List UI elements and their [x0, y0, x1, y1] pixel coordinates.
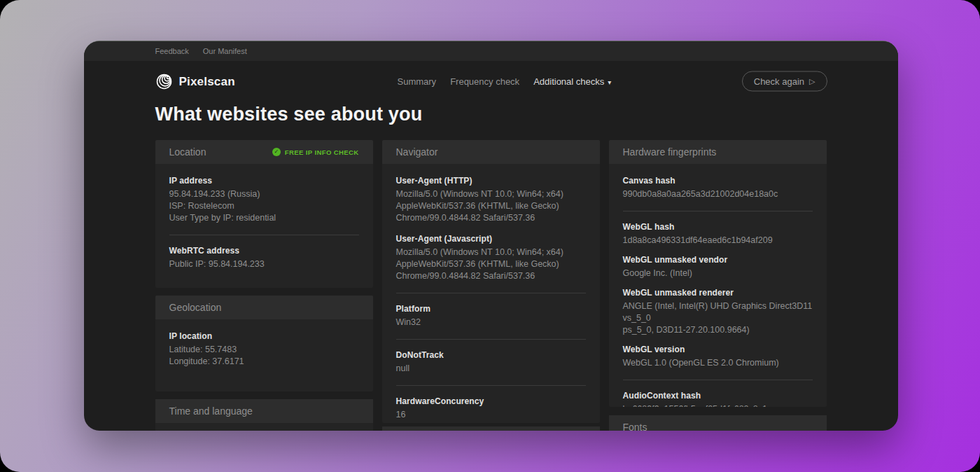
card-navigator-body: User-Agent (HTTP) Mozilla/5.0 (Windows N… — [382, 164, 600, 423]
field-webgl-version: WebGL version WebGL 1.0 (OpenGL ES 2.0 C… — [623, 345, 813, 369]
card-title: Geolocation — [169, 302, 222, 313]
field-webgl-hash: WebGL hash 1d8a8ca496331df64eaed6c1b94af… — [623, 222, 813, 247]
divider — [396, 385, 586, 386]
card-geolocation-header: Geolocation — [155, 296, 373, 319]
badge-label: FREE IP INFO CHECK — [285, 148, 359, 156]
brand-logo[interactable]: Pixelscan — [155, 73, 235, 90]
field-value: Chrome/99.0.4844.82 Safari/537.36 — [396, 270, 586, 282]
field-label: WebGL unmasked vendor — [623, 255, 813, 265]
check-circle-icon: ✓ — [272, 148, 281, 156]
card-hardware-body: Canvas hash 990db0a8a0aa265a3d21002d04e1… — [609, 164, 827, 407]
page-title: What websites see about you — [155, 102, 827, 127]
field-label: IP location — [169, 331, 359, 341]
field-label: WebGL hash — [623, 222, 813, 232]
field-label: WebRTC address — [169, 246, 359, 256]
card-hardware-header: Hardware fingerprints — [609, 140, 827, 164]
field-label: DoNotTrack — [396, 350, 586, 360]
field-value: ba6689f9a1550fb5eef25d1fc682c8c1 — [623, 403, 813, 407]
field-label: IP address — [169, 176, 359, 186]
card-time-and-language: Time and language — [155, 399, 373, 431]
card-title: Fonts — [623, 422, 648, 431]
field-value: Win32 — [396, 317, 586, 328]
divider — [396, 339, 586, 340]
field-value: Chrome/99.0.4844.82 Safari/537.36 — [396, 212, 586, 224]
card-title: Time and language — [169, 405, 253, 417]
field-value: ps_5_0, D3D11-27.20.100.9664) — [623, 324, 813, 336]
field-value: 1d8a8ca496331df64eaed6c1b94af209 — [623, 235, 813, 247]
card-time-language-body — [155, 423, 373, 431]
field-canvas-hash: Canvas hash 990db0a8a0aa265a3d21002d04e1… — [623, 176, 813, 200]
field-label: Canvas hash — [623, 176, 813, 186]
field-value: ISP: Rostelecom — [169, 200, 359, 212]
field-value: 990db0a8a0aa265a3d21002d04e18a0c — [623, 188, 813, 200]
divider — [396, 293, 586, 293]
gradient-background: Feedback Our Manifest — [0, 0, 980, 472]
field-value: Latitude: 55.7483 — [169, 344, 359, 356]
field-value: AppleWebKit/537.36 (KHTML, like Gecko) — [396, 258, 586, 270]
card-next-clipped — [382, 426, 600, 431]
field-value: User Type by IP: residential — [169, 212, 359, 224]
field-value: 95.84.194.233 (Russia) — [169, 188, 359, 200]
field-value: Longitude: 37.6171 — [169, 356, 359, 368]
card-hardware-fingerprints: Hardware fingerprints Canvas hash 990db0… — [609, 140, 827, 407]
divider — [623, 380, 813, 380]
field-user-agent-javascript: User-Agent (Javascript) Mozilla/5.0 (Win… — [396, 234, 586, 282]
field-label: HardwareConcurency — [396, 396, 586, 406]
play-icon: ▷ — [809, 77, 815, 86]
nav-frequency-check[interactable]: Frequency check — [450, 76, 519, 87]
pixelscan-spiral-icon — [155, 73, 173, 90]
card-navigator-header: Navigator — [382, 140, 600, 164]
field-webgl-unmasked-renderer: WebGL unmasked renderer ANGLE (Intel, In… — [623, 288, 813, 336]
field-value: 16 — [396, 409, 586, 421]
card-navigator: Navigator User-Agent (HTTP) Mozilla/5.0 … — [382, 140, 600, 423]
field-audiocontext-hash: AudioContext hash ba6689f9a1550fb5eef25d… — [623, 391, 813, 407]
main-nav: Summary Frequency check Additional check… — [398, 76, 612, 87]
column-middle: Navigator User-Agent (HTTP) Mozilla/5.0 … — [382, 140, 600, 431]
field-hardware-concurrency: HardwareConcurency 16 — [396, 396, 586, 421]
check-again-button[interactable]: Check again ▷ — [742, 71, 827, 92]
site-header: Pixelscan Summary Frequency check Additi… — [155, 61, 827, 102]
card-title: Hardware fingerprints — [623, 146, 717, 158]
field-value: WebGL 1.0 (OpenGL ES 2.0 Chromium) — [623, 357, 813, 369]
field-label: WebGL unmasked renderer — [623, 288, 813, 298]
chevron-down-icon: ▾ — [608, 78, 611, 86]
topbar: Feedback Our Manifest — [84, 41, 898, 61]
field-webgl-unmasked-vendor: WebGL unmasked vendor Google Inc. (Intel… — [623, 255, 813, 279]
column-left: Location ✓ FREE IP INFO CHECK IP address… — [155, 140, 373, 431]
field-value: Mozilla/5.0 (Windows NT 10.0; Win64; x64… — [396, 247, 586, 258]
cards-grid: Location ✓ FREE IP INFO CHECK IP address… — [155, 140, 827, 431]
app-window: Feedback Our Manifest — [84, 41, 898, 431]
card-location: Location ✓ FREE IP INFO CHECK IP address… — [155, 140, 373, 288]
card-time-language-header: Time and language — [155, 399, 373, 423]
column-right: Hardware fingerprints Canvas hash 990db0… — [609, 140, 827, 431]
field-value: Public IP: 95.84.194.233 — [169, 258, 359, 270]
card-location-body: IP address 95.84.194.233 (Russia) ISP: R… — [155, 164, 373, 284]
field-label: Platform — [396, 304, 586, 314]
card-title: Location — [169, 146, 206, 158]
free-ip-info-check-badge[interactable]: ✓ FREE IP INFO CHECK — [272, 148, 359, 156]
feedback-link[interactable]: Feedback — [155, 47, 189, 55]
card-fonts: Fonts — [609, 415, 827, 431]
card-location-header: Location ✓ FREE IP INFO CHECK — [155, 140, 373, 164]
card-geolocation-body: IP location Latitude: 55.7483 Longitude:… — [155, 319, 373, 382]
manifest-link[interactable]: Our Manifest — [203, 47, 247, 55]
card-next-clipped-header — [382, 426, 600, 431]
field-value: AppleWebKit/537.36 (KHTML, like Gecko) — [396, 200, 586, 212]
field-ip-address: IP address 95.84.194.233 (Russia) ISP: R… — [169, 176, 359, 224]
nav-additional-checks[interactable]: Additional checks▾ — [533, 76, 611, 87]
field-ip-location: IP location Latitude: 55.7483 Longitude:… — [169, 331, 359, 368]
field-value: Google Inc. (Intel) — [623, 268, 813, 279]
field-value: null — [396, 363, 586, 375]
field-label: User-Agent (HTTP) — [396, 176, 586, 186]
field-label: AudioContext hash — [623, 391, 813, 401]
card-title: Navigator — [396, 146, 438, 158]
divider — [169, 235, 359, 235]
card-fonts-header: Fonts — [609, 415, 827, 431]
field-webrtc-address: WebRTC address Public IP: 95.84.194.233 — [169, 246, 359, 270]
field-label: WebGL version — [623, 345, 813, 354]
field-user-agent-http: User-Agent (HTTP) Mozilla/5.0 (Windows N… — [396, 176, 586, 224]
field-platform: Platform Win32 — [396, 304, 586, 328]
card-geolocation: Geolocation IP location Latitude: 55.748… — [155, 296, 373, 391]
nav-summary[interactable]: Summary — [398, 76, 437, 87]
divider — [623, 211, 813, 211]
